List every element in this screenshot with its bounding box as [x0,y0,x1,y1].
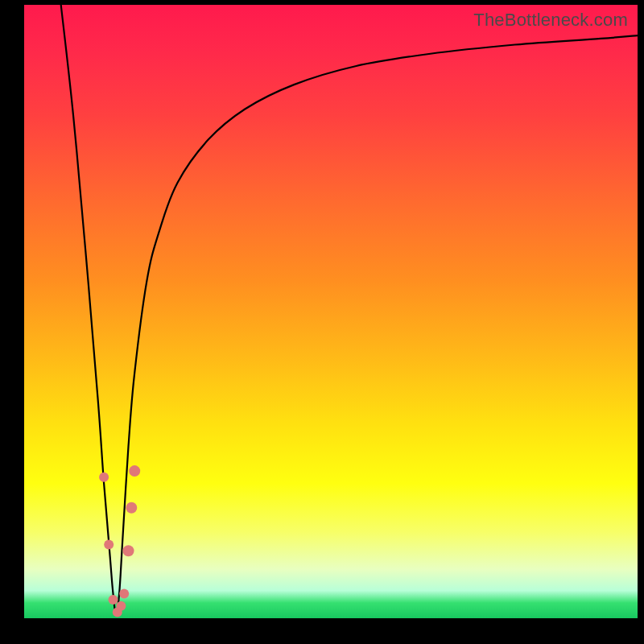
highlight-point [109,595,118,605]
chart-plot-area: TheBottleneck.com [24,5,638,618]
highlight-point [123,545,134,556]
chart-svg [24,5,638,618]
bottleneck-curve [61,5,638,615]
highlight-point [99,473,109,482]
highlight-point [126,502,137,514]
highlight-point [129,465,140,477]
highlight-point [104,540,114,550]
highlight-point [119,589,129,599]
highlight-markers [99,465,140,617]
highlight-point [116,601,126,611]
